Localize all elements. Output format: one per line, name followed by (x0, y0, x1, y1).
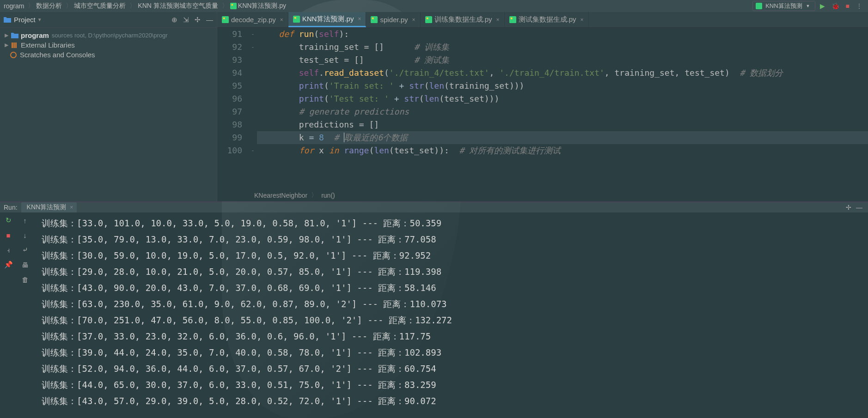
clear-button[interactable]: 🗑 (20, 274, 30, 285)
layout-button[interactable]: ⫞ (3, 245, 13, 255)
breadcrumb-item[interactable]: 城市空气质量分析 (74, 2, 126, 10)
editor-tab[interactable]: 测试集数据生成.py× (505, 12, 589, 27)
stop-button[interactable]: ■ (3, 230, 13, 240)
svg-rect-3 (12, 42, 13, 48)
svg-point-6 (11, 52, 16, 58)
python-file-icon (425, 16, 432, 23)
structure-breadcrumb[interactable]: KNearestNeighbor 〉 run() (217, 189, 868, 201)
chevron-right-icon: ▶ (5, 42, 11, 48)
tree-external-libraries[interactable]: ▶ External Libraries (0, 40, 217, 50)
close-icon[interactable]: × (581, 17, 584, 23)
close-icon[interactable]: × (70, 204, 73, 211)
python-file-icon (222, 16, 229, 23)
editor-tab[interactable]: spider.py× (366, 12, 420, 27)
hide-icon[interactable]: — (206, 16, 213, 24)
close-icon[interactable]: × (358, 16, 361, 22)
run-button[interactable]: ▶ (820, 2, 825, 10)
breadcrumb: rogram〉 数据分析〉 城市空气质量分析〉 KNN 算法预测城市空气质量〉 … (0, 0, 868, 12)
svg-rect-5 (15, 42, 17, 48)
code-editor[interactable]: 919293949596979899100 --- def run(self):… (217, 28, 868, 189)
pin-button[interactable]: 📌 (3, 260, 13, 270)
svg-rect-9 (293, 16, 300, 23)
scroll-down-button[interactable]: ↓ (20, 230, 30, 240)
rerun-button[interactable]: ↻ (3, 215, 13, 225)
svg-rect-1 (231, 4, 233, 6)
chevron-right-icon: ▶ (5, 32, 11, 38)
svg-rect-10 (294, 17, 296, 18)
gear-icon[interactable]: ✢ (195, 16, 201, 24)
svg-rect-16 (510, 18, 512, 19)
library-icon (11, 42, 18, 48)
debug-button[interactable]: 🐞 (831, 2, 839, 10)
console-output[interactable]: 训练集：[33.0, 101.0, 10.0, 33.0, 5.0, 19.0,… (33, 212, 868, 409)
breadcrumb-item[interactable]: KNN算法预测.py (238, 2, 286, 10)
breadcrumb-item[interactable]: rogram (4, 2, 24, 10)
chevron-down-icon[interactable]: ▼ (37, 17, 42, 22)
breadcrumb-item[interactable]: 数据分析 (36, 2, 62, 10)
python-file-icon (230, 3, 237, 9)
project-view-title[interactable]: Project (14, 16, 36, 24)
scroll-up-button[interactable]: ↑ (20, 215, 30, 225)
folder-icon (11, 32, 18, 39)
tree-scratches[interactable]: Scratches and Consoles (0, 50, 217, 60)
svg-rect-12 (372, 18, 374, 19)
svg-rect-2 (756, 3, 762, 9)
print-button[interactable]: 🖶 (20, 260, 30, 270)
run-panel-title: Run: (4, 204, 18, 211)
project-sidebar: Project ▼ ⊕ ⇲ ✢ — ▶ program sources root… (0, 12, 217, 201)
chevron-down-icon: ▼ (806, 4, 810, 8)
close-icon[interactable]: × (496, 17, 500, 23)
more-button[interactable]: ⋮ (856, 2, 862, 10)
svg-rect-13 (425, 16, 432, 23)
expand-icon[interactable]: ⇲ (183, 16, 189, 24)
svg-rect-0 (230, 3, 237, 9)
stop-button[interactable]: ■ (846, 2, 850, 10)
scratches-icon (10, 52, 18, 58)
locate-icon[interactable]: ⊕ (171, 16, 177, 24)
run-config-selector[interactable]: KNN算法预测 ▼ (752, 1, 815, 11)
editor-tab[interactable]: decode_zip.py× (217, 12, 288, 27)
python-file-icon (509, 16, 516, 23)
python-icon (756, 3, 762, 9)
tree-root[interactable]: ▶ program sources root, D:\python\pychar… (0, 30, 217, 40)
soft-wrap-button[interactable]: ⤶ (20, 245, 30, 255)
gear-icon[interactable]: ✢ (846, 204, 854, 211)
svg-rect-14 (426, 18, 428, 19)
editor-tab[interactable]: KNN算法预测.py× (288, 12, 367, 27)
svg-rect-4 (13, 42, 15, 48)
close-icon[interactable]: × (412, 17, 416, 23)
svg-rect-8 (223, 18, 225, 19)
folder-icon (4, 17, 11, 23)
breadcrumb-item[interactable]: KNN 算法预测城市空气质量 (138, 2, 218, 10)
close-icon[interactable]: × (280, 17, 283, 23)
svg-rect-15 (509, 16, 516, 23)
run-tab[interactable]: KNN算法预测 × (21, 202, 77, 212)
hide-icon[interactable]: — (854, 204, 864, 211)
python-file-icon (293, 16, 300, 23)
python-file-icon (371, 16, 378, 23)
svg-rect-7 (222, 16, 229, 23)
editor-tabs: decode_zip.py×KNN算法预测.py×spider.py×训练集数据… (217, 12, 868, 28)
svg-rect-11 (371, 16, 378, 23)
editor-tab[interactable]: 训练集数据生成.py× (421, 12, 505, 27)
